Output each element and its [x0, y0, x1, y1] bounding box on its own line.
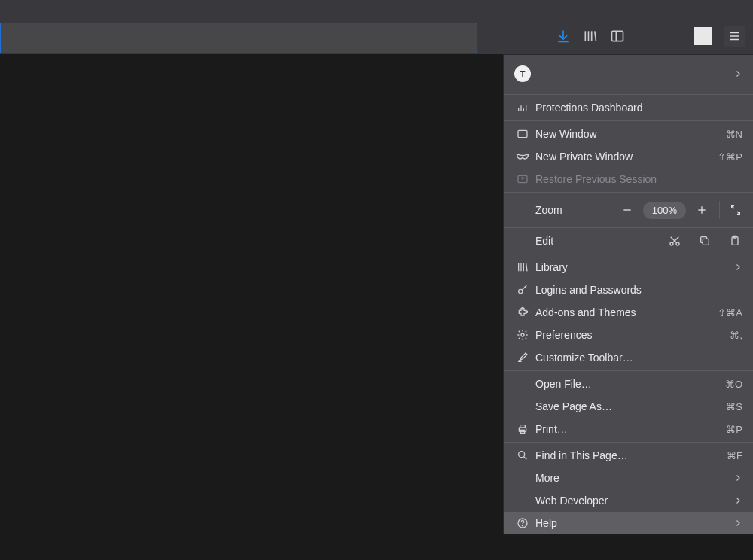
menu-label: New Window: [531, 128, 720, 140]
mask-icon: [514, 152, 531, 161]
chevron-right-icon: [727, 473, 742, 482]
menu-shortcut: ⌘P: [720, 424, 742, 435]
address-bar[interactable]: [0, 23, 477, 53]
menu-customize-toolbar[interactable]: Customize Toolbar…: [504, 346, 753, 369]
menu-label: Help: [531, 517, 727, 529]
help-icon: [514, 517, 531, 529]
zoom-out-button[interactable]: [616, 199, 639, 221]
menu-save-page-as[interactable]: Save Page As… ⌘S: [504, 395, 753, 418]
sidebar-icon[interactable]: [610, 29, 625, 44]
library-icon: [514, 261, 531, 273]
dashboard-icon: [514, 102, 531, 114]
menu-shortcut: ⌘S: [720, 401, 742, 412]
menu-open-file[interactable]: Open File… ⌘O: [504, 373, 753, 395]
menu-shortcut: ⌘,: [724, 330, 742, 341]
toolbar-actions: [556, 26, 753, 47]
zoom-in-button[interactable]: [691, 199, 713, 221]
menu-label: More: [531, 472, 727, 484]
menu-label: Web Developer: [531, 495, 727, 507]
svg-point-11: [521, 333, 524, 336]
menu-shortcut: ⇧⌘P: [712, 151, 742, 163]
paintbrush-icon: [514, 352, 531, 364]
separator: [504, 192, 753, 193]
avatar: T: [514, 65, 531, 82]
menu-help[interactable]: Help: [504, 512, 753, 534]
svg-rect-0: [612, 31, 623, 41]
separator: [719, 201, 720, 219]
menu-label: Customize Toolbar…: [531, 352, 742, 364]
menu-label: Add-ons and Themes: [531, 306, 712, 318]
menu-label: Library: [531, 261, 727, 273]
menu-new-window[interactable]: New Window ⌘N: [504, 123, 753, 145]
menu-print[interactable]: Print… ⌘P: [504, 418, 753, 440]
separator: [504, 370, 753, 371]
svg-rect-1: [518, 130, 527, 137]
menu-shortcut: ⌘F: [721, 450, 742, 461]
menu-protections-dashboard[interactable]: Protections Dashboard: [504, 96, 753, 119]
menu-label: Edit: [531, 235, 669, 247]
separator: [504, 94, 753, 95]
account-row[interactable]: T: [504, 55, 753, 93]
svg-point-14: [519, 452, 525, 458]
menu-label: New Private Window: [531, 151, 712, 163]
menu-find-in-page[interactable]: Find in This Page… ⌘F: [504, 444, 753, 467]
cut-icon[interactable]: [669, 235, 681, 247]
svg-point-16: [522, 525, 523, 526]
separator: [504, 227, 753, 228]
menu-label: Restore Previous Session: [531, 173, 742, 185]
downloads-icon[interactable]: [556, 29, 571, 44]
library-icon[interactable]: [583, 29, 598, 44]
menu-shortcut: ⌘N: [720, 129, 742, 140]
menu-label: Zoom: [514, 204, 616, 216]
printer-icon: [514, 423, 531, 435]
menu-label: Find in This Page…: [531, 449, 721, 461]
app-menu-button[interactable]: [724, 26, 745, 47]
gear-icon: [514, 329, 531, 341]
menu-logins-passwords[interactable]: Logins and Passwords: [504, 278, 753, 301]
zoom-reset-button[interactable]: 100%: [643, 202, 686, 219]
menu-shortcut: ⇧⌘A: [712, 307, 742, 318]
new-window-icon: [514, 128, 531, 140]
menu-label: Preferences: [531, 329, 724, 341]
copy-icon[interactable]: [699, 235, 711, 247]
svg-rect-5: [703, 239, 709, 245]
svg-point-8: [519, 289, 523, 293]
browser-toolbar: [0, 0, 753, 54]
app-menu-panel: T Protections Dashboard New Window ⌘N Ne…: [503, 54, 753, 534]
menu-label: Logins and Passwords: [531, 284, 742, 296]
menu-preferences[interactable]: Preferences ⌘,: [504, 324, 753, 346]
chevron-right-icon: [727, 496, 742, 505]
svg-point-4: [676, 242, 679, 245]
fullscreen-button[interactable]: [726, 200, 745, 220]
menu-label: Protections Dashboard: [531, 102, 742, 114]
key-icon: [514, 284, 531, 296]
search-icon: [514, 449, 531, 461]
menu-more[interactable]: More: [504, 467, 753, 489]
separator: [504, 120, 753, 121]
menu-shortcut: ⌘O: [719, 379, 742, 390]
menu-restore-session: Restore Previous Session: [504, 168, 753, 190]
menu-edit: Edit: [504, 230, 753, 252]
menu-new-private-window[interactable]: New Private Window ⇧⌘P: [504, 145, 753, 168]
menu-label: Open File…: [531, 378, 719, 390]
restore-icon: [514, 173, 531, 185]
svg-point-3: [670, 242, 673, 245]
separator: [504, 254, 753, 254]
menu-label: Save Page As…: [531, 400, 720, 412]
chevron-right-icon: [727, 519, 742, 528]
menu-zoom: Zoom 100%: [504, 194, 753, 226]
puzzle-icon: [514, 306, 531, 318]
paste-icon[interactable]: [729, 235, 741, 247]
separator: [504, 442, 753, 443]
menu-label: Print…: [531, 423, 720, 435]
menu-web-developer[interactable]: Web Developer: [504, 489, 753, 512]
chevron-right-icon: [727, 263, 742, 272]
svg-point-10: [526, 311, 528, 313]
extension-placeholder-icon[interactable]: [694, 27, 712, 45]
menu-addons-themes[interactable]: Add-ons and Themes ⇧⌘A: [504, 301, 753, 324]
chevron-right-icon: [727, 69, 742, 78]
menu-library[interactable]: Library: [504, 256, 753, 278]
